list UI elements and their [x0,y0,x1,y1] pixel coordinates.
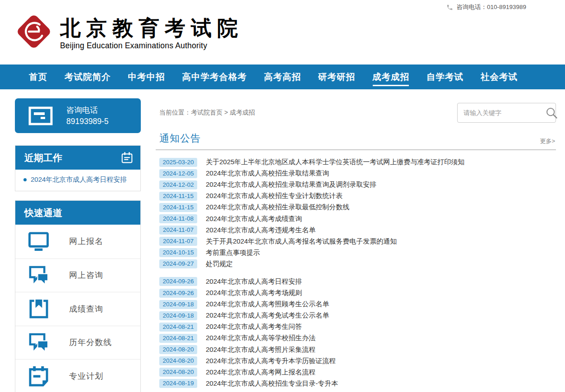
notice-row: 2024-09-26 2024年北京市成人高考考场规则 [159,287,556,299]
page-header: 北京教育考试院 Beijing Education Examinations A… [0,0,565,65]
notice-title-link[interactable]: 2024年北京市成人高考违规考生名单 [206,226,315,235]
nav-item[interactable]: 考试院简介 [65,65,111,89]
notice-title-link[interactable]: 2024年北京市成人高等学校招生办法 [206,334,315,342]
nav-item[interactable]: 高中学考合格考 [182,65,247,89]
notice-row: 2024-11-15 2024年北京市成人高校招生录取最低控制分数线 [159,202,556,213]
notices-section: 通知公告 更多> 2025-03-20 关于2025年上半年北京地区成人本科学士… [156,132,556,389]
site-title: 北京教育考试院 [60,15,243,41]
notice-date-badge: 2024-08-21 [159,323,197,332]
chat-icon [28,332,49,353]
notice-title-link[interactable]: 2024年北京市成人高考日程安排 [206,277,302,286]
notice-title-link[interactable]: 2024年北京市成人高考成绩查询 [206,215,302,223]
nav-item[interactable]: 中考中招 [128,65,165,89]
search-input[interactable] [463,109,545,116]
notices-list: 2025-03-20 关于2025年上半年北京地区成人本科学士学位英语统一考试网… [156,150,556,389]
notice-title-link[interactable]: 2024年北京市成人高校招生录取结果查询 [206,169,329,178]
nav-item-label: 成考成招 [372,71,409,83]
site-logo[interactable]: 北京教育考试院 Beijing Education Examinations A… [15,13,243,51]
recent-work-item[interactable]: 2024年北京市成人高考日程安排 [23,175,134,184]
nav-item[interactable]: 高考高招 [264,65,301,89]
nav-item[interactable]: 自学考试 [426,65,463,89]
more-link[interactable]: 更多> [540,137,555,145]
recent-work-title: 近期工作 [24,152,62,164]
nav-item[interactable]: 首页 [29,65,47,89]
quick-channel-item[interactable]: 网上咨询 [15,258,140,292]
recent-work-header: 近期工作 [15,146,140,170]
notice-date-badge: 2024-08-20 [159,368,197,377]
notice-date-badge: 2024-12-05 [159,169,197,178]
notice-group-1: 2025-03-20 关于2025年上半年北京地区成人本科学士学位英语统一考试网… [159,157,556,270]
nav-item-label: 研考研招 [318,71,355,83]
notice-date-badge: 2024-11-15 [159,192,197,201]
notices-title: 通知公告 [159,132,201,145]
quick-channel-item-label: 历年分数线 [69,337,112,348]
notice-title-link[interactable]: 2024年北京市成人高考照片采集流程 [206,346,315,354]
notice-title-link[interactable]: 处罚规定 [206,260,233,268]
nav-item-label: 考试院简介 [65,71,111,83]
notice-row: 2024-11-07 2024年北京市成人高考违规考生名单 [159,225,556,236]
notice-date-badge: 2024-08-21 [159,334,197,343]
quick-channel-item[interactable]: 专业计划 [15,359,140,392]
notice-date-badge: 2024-10-15 [159,248,197,257]
search-icon[interactable] [545,106,558,119]
breadcrumb-home-link[interactable]: 考试院首页 [191,109,222,116]
notice-row: 2024-11-08 2024年北京市成人高考成绩查询 [159,213,556,224]
notice-date-badge: 2024-09-26 [159,277,197,286]
notice-title-link[interactable]: 考前重点事项提示 [206,249,260,257]
notice-title-link[interactable]: 关于开具2024年北京市成人高考报名考试服务费电子发票的通知 [206,237,397,246]
nav-item[interactable]: 社会考试 [481,65,518,89]
notice-title-link[interactable]: 关于2025年上半年北京地区成人本科学士学位英语统一考试网上缴费与准考证打印须知 [206,158,464,166]
breadcrumb-separator: > [224,109,228,116]
book-icon [28,298,49,319]
quick-channel-item[interactable]: 历年分数线 [15,326,140,360]
phone-card-text: 咨询电话 89193989-5 [66,105,108,127]
nav-item[interactable]: 成考成招 [372,65,409,89]
notice-row: 2025-03-20 关于2025年上半年北京地区成人本科学士学位英语统一考试网… [159,157,556,168]
nav-item-label: 首页 [29,71,47,83]
notice-row: 2024-08-19 2024年北京市成人高校招生专业目录-专升本 [159,378,556,389]
quick-channel-item[interactable]: 网上报名 [15,225,140,258]
quick-channel-item[interactable]: 成绩查询 [15,292,140,326]
quick-channel-list: 网上报名 网上咨询 成绩查询 历年分数线 [15,225,140,392]
bullet-dot-icon [23,178,27,181]
notice-date-badge: 2024-12-02 [159,180,197,189]
notice-date-badge: 2024-11-08 [159,214,197,223]
notice-date-badge: 2024-09-18 [159,311,197,320]
notice-date-badge: 2024-09-27 [159,259,197,268]
notices-header: 通知公告 更多> [156,132,556,149]
recent-work-list: 2024年北京市成人高考日程安排 [15,170,140,191]
notice-row: 2024-10-15 考前重点事项提示 [159,247,556,258]
notice-title-link[interactable]: 2024年北京市成人高考考生问答 [206,323,302,331]
nav-item-label: 中考中招 [128,71,165,83]
notice-title-link[interactable]: 2024年北京市成人高考照顾考生公示名单 [206,300,329,309]
nav-item[interactable]: 研考研招 [318,65,355,89]
quick-channel-item-label: 专业计划 [69,371,103,382]
notice-title-link[interactable]: 2024年北京市成人高校招生录取结果查询及调剂录取安排 [206,180,376,189]
bjeea-logo-icon [15,13,53,51]
nav-item-label: 社会考试 [481,71,518,83]
contact-card-icon [28,106,53,125]
notice-title-link[interactable]: 2024年北京市成人高考考场规则 [206,289,302,297]
notice-title-link[interactable]: 2024年北京市成人高校招生专业目录-专升本 [206,379,338,388]
notice-row: 2024-09-18 2024年北京市成人高考照顾考生公示名单 [159,299,556,310]
sidebar-phone-card[interactable]: 咨询电话 89193989-5 [15,98,141,133]
notice-title-link[interactable]: 2024年北京市成人高考专升本学历验证流程 [206,357,336,365]
quick-channel-item-label: 成绩查询 [69,304,103,314]
notice-group-2: 2024-09-26 2024年北京市成人高考日程安排 2024-09-26 2… [159,276,556,389]
notice-date-badge: 2024-09-18 [159,300,197,309]
logo-text: 北京教育考试院 Beijing Education Examinations A… [60,13,243,51]
monitor-icon [28,231,49,252]
calendar-icon [121,152,133,164]
main-top-bar: 当前位置：考试院首页 > 成考成招 [156,98,556,132]
quick-channel-header: 快速通道 [15,201,140,225]
notice-row: 2024-09-18 2024年北京市成人高考免试考生公示名单 [159,310,556,321]
notice-row: 2024-12-02 2024年北京市成人高校招生录取结果查询及调剂录取安排 [159,179,556,190]
notice-title-link[interactable]: 2024年北京市成人高考免试考生公示名单 [206,311,329,320]
notice-title-link[interactable]: 2024年北京市成人高考网上报名流程 [206,368,315,377]
notice-row: 2024-08-21 2024年北京市成人高考考生问答 [159,321,556,332]
notice-date-badge: 2024-11-07 [159,237,197,246]
notice-title-link[interactable]: 2024年北京市成人高校招生专业计划数统计表 [206,192,343,200]
notice-title-link[interactable]: 2024年北京市成人高校招生录取最低控制分数线 [206,203,349,212]
notice-row: 2024-09-27 处罚规定 [159,258,556,270]
site-subtitle: Beijing Education Examinations Authority [60,41,243,51]
